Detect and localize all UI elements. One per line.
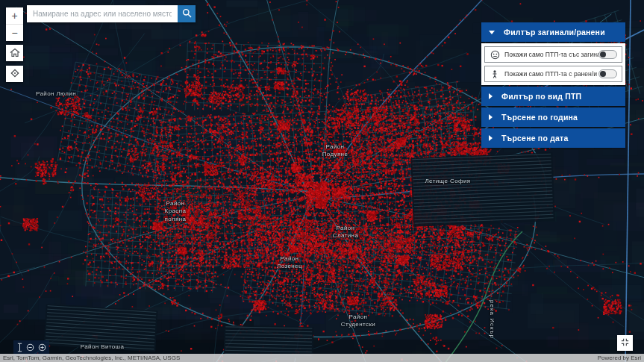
locate-button[interactable] [6,66,23,82]
panel-header-filter-casualties[interactable]: Филтър загинали/ранени [481,22,625,42]
home-button[interactable] [6,45,23,61]
search-input[interactable] [27,5,178,22]
toggle-label: Покажи само ПТП-та с ранен/и [504,70,598,78]
caret-right-icon [489,114,493,120]
search-icon [182,8,192,20]
caret-right-icon [489,93,493,99]
toggle-knob [600,52,606,57]
search-button[interactable] [178,5,196,22]
locate-icon [10,68,20,80]
fatality-face-icon [490,50,500,60]
map-application: Район ЛюлинРайон ПодуянеЛетище СофияРайо… [0,0,644,362]
home-icon [10,48,20,59]
filter-panel: Филтър загинали/ранени Покажи само ПТП-т… [481,22,625,149]
toggle-row-injured: Покажи само ПТП-та с ранен/и [484,66,622,82]
casualty-toggles-card: Покажи само ПТП-та със загинали Покажи с… [481,43,625,85]
zoom-out-circle-button[interactable] [26,343,34,354]
panel-title: Филтър по вид ПТП [501,92,581,101]
minus-circle-icon [26,343,34,354]
panel-title: Търсене по дата [501,134,568,143]
locate-control [6,66,23,82]
attribution-bar: Esri, TomTom, Garmin, GeoTechnologies, I… [0,354,644,362]
measure-button[interactable] [17,343,22,355]
caret-down-icon [489,31,495,34]
toggle-label: Покажи само ПТП-та със загинали [504,51,598,58]
caret-right-icon [489,135,493,141]
plus-circle-icon [38,343,46,354]
fatalities-toggle-switch[interactable] [598,50,617,59]
toggle-row-fatalities: Покажи само ПТП-та със загинали [484,46,622,63]
home-control [6,45,23,61]
injured-toggle-switch[interactable] [598,69,617,78]
panel-title: Търсене по година [501,113,578,122]
panel-header-search-year[interactable]: Търсене по година [481,107,625,127]
zoom-out-button[interactable]: − [6,25,23,41]
panel-header-filter-type[interactable]: Филтър по вид ПТП [481,87,625,106]
search-bar [27,5,196,22]
zoom-in-button[interactable]: + [6,7,23,24]
collapse-view-button[interactable] [617,335,633,351]
measure-icon [17,343,22,355]
zoom-control: + − [6,7,23,41]
panel-header-search-date[interactable]: Търсене по дата [481,128,625,148]
panel-title: Филтър загинали/ранени [504,28,605,37]
injured-person-icon [490,69,500,79]
zoom-in-circle-button[interactable] [38,343,46,354]
collapse-icon [620,337,630,349]
powered-by-esri-link[interactable]: Powered by Esri [598,354,641,362]
toggle-knob [600,71,606,77]
attribution-sources: Esri, TomTom, Garmin, GeoTechnologies, I… [3,354,180,362]
